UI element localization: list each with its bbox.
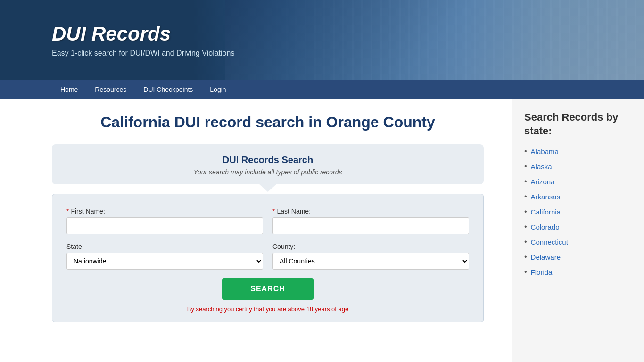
nav-resources[interactable]: Resources <box>86 80 135 99</box>
header-content: DUI Records Easy 1-click search for DUI/… <box>52 23 234 58</box>
last-name-label: *Last Name: <box>272 207 469 215</box>
search-card: DUI Records Search Your search may inclu… <box>52 144 484 184</box>
location-row: State: Nationwide Alabama Alaska Arizona… <box>66 243 469 270</box>
state-link-delaware[interactable]: Delaware <box>531 253 561 261</box>
list-item: Arkansas <box>524 192 632 201</box>
list-item: California <box>524 207 632 216</box>
site-title: DUI Records <box>52 23 234 45</box>
state-link-colorado[interactable]: Colorado <box>531 223 560 231</box>
sidebar: Search Records by state: Alabama Alaska … <box>512 99 644 362</box>
content-area: California DUI record search in Orange C… <box>0 99 512 362</box>
required-star-last: * <box>272 207 275 215</box>
search-button[interactable]: SEARCH <box>222 278 314 300</box>
last-name-group: *Last Name: <box>272 207 469 234</box>
state-link-arkansas[interactable]: Arkansas <box>531 193 561 201</box>
list-item: Alaska <box>524 162 632 171</box>
form-disclaimer: By searching you certify that you are ab… <box>66 305 469 313</box>
last-name-input[interactable] <box>272 217 469 234</box>
state-group: State: Nationwide Alabama Alaska Arizona… <box>66 243 263 270</box>
list-item: Alabama <box>524 147 632 156</box>
county-group: County: All Counties Orange County Los A… <box>272 243 469 270</box>
list-item: Connecticut <box>524 238 632 246</box>
first-name-group: *First Name: <box>66 207 263 234</box>
list-item: Florida <box>524 268 632 276</box>
state-link-arizona[interactable]: Arizona <box>531 178 555 186</box>
list-item: Colorado <box>524 222 632 231</box>
main-layout: California DUI record search in Orange C… <box>0 99 644 362</box>
first-name-input[interactable] <box>66 217 263 234</box>
state-list: Alabama Alaska Arizona Arkansas Californ… <box>524 147 632 276</box>
search-card-title: DUI Records Search <box>66 155 470 165</box>
state-label: State: <box>66 243 263 250</box>
page-title: California DUI record search in Orange C… <box>52 113 484 131</box>
nav-login[interactable]: Login <box>201 80 234 99</box>
county-label: County: <box>272 243 469 250</box>
list-item: Delaware <box>524 253 632 261</box>
state-link-alabama[interactable]: Alabama <box>531 148 559 156</box>
state-link-connecticut[interactable]: Connecticut <box>531 238 568 246</box>
name-row: *First Name: *Last Name: <box>66 207 469 234</box>
search-form-area: *First Name: *Last Name: State: Nationwi… <box>52 194 484 322</box>
header-overlay <box>225 0 644 80</box>
main-nav: Home Resources DUI Checkpoints Login <box>0 80 644 99</box>
sidebar-title: Search Records by state: <box>524 111 632 138</box>
county-select[interactable]: All Counties Orange County Los Angeles C… <box>272 253 469 270</box>
state-link-florida[interactable]: Florida <box>531 268 553 276</box>
list-item: Arizona <box>524 177 632 186</box>
nav-dui-checkpoints[interactable]: DUI Checkpoints <box>135 80 201 99</box>
site-subtitle: Easy 1-click search for DUI/DWI and Driv… <box>52 49 234 58</box>
site-header: DUI Records Easy 1-click search for DUI/… <box>0 0 644 80</box>
state-link-california[interactable]: California <box>531 208 561 216</box>
state-select[interactable]: Nationwide Alabama Alaska Arizona Arkans… <box>66 253 263 270</box>
search-card-subtitle: Your search may include all types of pub… <box>66 168 470 176</box>
nav-home[interactable]: Home <box>52 80 86 99</box>
state-link-alaska[interactable]: Alaska <box>531 163 552 171</box>
required-star-first: * <box>66 207 69 215</box>
first-name-label: *First Name: <box>66 207 263 215</box>
